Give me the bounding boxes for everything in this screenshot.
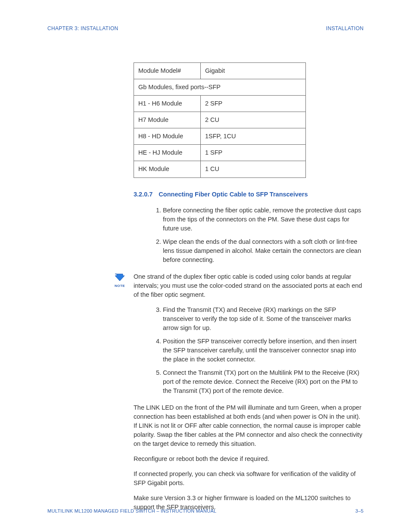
section-title: Connecting Fiber Optic Cable to SFP Tran… — [159, 191, 308, 198]
module-table: Module Model# Gigabit Gb Modules, fixed … — [134, 62, 306, 177]
table-cell: 2 CU — [201, 112, 306, 128]
table-row: HE - HJ Module 1 SFP — [134, 145, 306, 161]
table-row: H8 - HD Module 1SFP, 1CU — [134, 128, 306, 145]
table-cell: HE - HJ Module — [134, 145, 201, 161]
page-header: CHAPTER 3: INSTALLATION INSTALLATION — [47, 25, 364, 32]
table-cell: Gigabit — [201, 63, 306, 79]
list-item: 4. Position the SFP transceiver correctl… — [153, 337, 364, 364]
step-text: Connect the Transmit (TX) port on the Mu… — [163, 369, 359, 394]
step-number: 3. — [153, 305, 161, 314]
table-row: HK Module 1 CU — [134, 161, 306, 177]
table-cell: HK Module — [134, 161, 201, 177]
table-cell: 1SFP, 1CU — [201, 128, 306, 145]
step-number: 2. — [153, 237, 161, 246]
table-cell: 1 CU — [201, 161, 306, 177]
step-number: 5. — [153, 368, 161, 377]
list-item: 3. Find the Transmit (TX) and Receive (R… — [153, 305, 364, 333]
note-icon: NOTE — [112, 273, 128, 289]
note-text: One strand of the duplex fiber optic cab… — [134, 272, 364, 299]
table-cell: H1 - H6 Module — [134, 96, 201, 112]
step-text: Before connecting the fiber optic cable,… — [163, 207, 361, 232]
table-cell: 2 SFP — [201, 96, 306, 112]
header-chapter: CHAPTER 3: INSTALLATION — [47, 25, 118, 32]
table-row: H1 - H6 Module 2 SFP — [134, 96, 306, 112]
step-text: Find the Transmit (TX) and Receive (RX) … — [163, 306, 351, 331]
table-cell: Gb Modules, fixed ports--SFP — [134, 79, 306, 96]
footer-title: MULTILINK ML1200 MANAGED FIELD SWITCH – … — [47, 508, 216, 515]
table-row: Module Model# Gigabit — [134, 63, 306, 79]
paragraph: If connected properly, you can check via… — [134, 470, 364, 488]
step-number: 4. — [153, 337, 161, 346]
table-cell: H7 Module — [134, 112, 201, 128]
table-row: Gb Modules, fixed ports--SFP — [134, 79, 306, 96]
paragraph: Reconfigure or reboot both the device if… — [134, 454, 364, 464]
table-row: H7 Module 2 CU — [134, 112, 306, 128]
header-section: INSTALLATION — [326, 25, 364, 32]
section-heading: 3.2.0.7Connecting Fiber Optic Cable to S… — [134, 190, 364, 199]
table-cell: H8 - HD Module — [134, 128, 201, 145]
note-block: NOTE One strand of the duplex fiber opti… — [115, 272, 364, 299]
steps-list-a: 1. Before connecting the fiber optic cab… — [134, 206, 364, 264]
list-item: 5. Connect the Transmit (TX) port on the… — [153, 368, 364, 395]
step-text: Position the SFP transceiver correctly b… — [163, 338, 356, 363]
step-text: Wipe clean the ends of the dual connecto… — [163, 238, 361, 263]
table-cell: Module Model# — [134, 63, 201, 79]
list-item: 1. Before connecting the fiber optic cab… — [153, 206, 364, 233]
steps-list-b: 3. Find the Transmit (TX) and Receive (R… — [134, 305, 364, 395]
paragraph: The LINK LED on the front of the PM will… — [134, 403, 364, 448]
note-label: NOTE — [112, 283, 128, 289]
page-footer: MULTILINK ML1200 MANAGED FIELD SWITCH – … — [47, 508, 364, 515]
list-item: 2. Wipe clean the ends of the dual conne… — [153, 237, 364, 264]
section-number: 3.2.0.7 — [134, 191, 153, 198]
footer-page-number: 3–5 — [355, 508, 364, 515]
content-area: Module Model# Gigabit Gb Modules, fixed … — [134, 62, 364, 512]
table-cell: 1 SFP — [201, 145, 306, 161]
step-number: 1. — [153, 206, 161, 215]
